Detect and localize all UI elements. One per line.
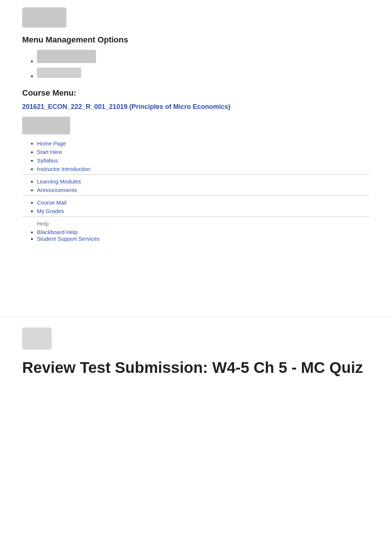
course-menu-section: Course Menu: 201621_ECON_222_R_001_21019… [22, 88, 370, 242]
list-item[interactable]: Start Here [37, 149, 370, 155]
menu-management-list [22, 50, 370, 79]
divider-1 [22, 174, 370, 175]
menu-group-2: Learning Modules Announcements [22, 178, 370, 196]
course-mail-link[interactable]: Course Mail [37, 199, 66, 206]
list-item[interactable]: Learning Modules [37, 178, 370, 185]
my-grades-link[interactable]: My Grades [37, 208, 64, 214]
course-menu-heading: Course Menu: [22, 88, 370, 98]
list-item[interactable]: My Grades [37, 208, 370, 214]
menu-group-1-list: Home Page Start Here Syllabus Instructor… [22, 140, 370, 175]
list-item[interactable]: Student Support Services [37, 236, 370, 242]
page-title: Review Test Submission: W4-5 Ch 5 - MC Q… [22, 358, 370, 377]
syllabus-link[interactable]: Syllabus [37, 157, 58, 164]
student-support-link[interactable]: Student Support Services [37, 236, 100, 242]
list-item[interactable]: Syllabus [37, 157, 370, 164]
divider-3 [22, 216, 370, 217]
menu-option-block-2 [37, 68, 81, 78]
menu-option-block-1 [37, 50, 96, 63]
menu-group-3-list: Course Mail My Grades [22, 199, 370, 217]
learning-modules-link[interactable]: Learning Modules [37, 178, 81, 185]
menu-group-2-list: Learning Modules Announcements [22, 178, 370, 196]
instructor-introduction-link[interactable]: Instructor Introduction [37, 166, 90, 172]
divider-2 [22, 195, 370, 196]
help-list: Blackboard Help Student Support Services [22, 229, 370, 242]
top-area: Menu Management Options Course Menu: 201… [0, 0, 392, 250]
list-item[interactable]: Home Page [37, 140, 370, 147]
bottom-logo [22, 327, 52, 350]
menu-management-item-1[interactable] [37, 50, 370, 65]
help-section: Help Blackboard Help Student Support Ser… [22, 220, 370, 242]
menu-management-section: Menu Management Options [22, 35, 370, 79]
menu-group-1: Home Page Start Here Syllabus Instructor… [22, 140, 370, 175]
home-page-link[interactable]: Home Page [37, 140, 66, 147]
announcements-link[interactable]: Announcements [37, 187, 77, 193]
course-link[interactable]: 201621_ECON_222_R_001_21019 (Principles … [22, 103, 230, 110]
logo [22, 7, 66, 28]
start-here-link[interactable]: Start Here [37, 149, 62, 155]
menu-management-heading: Menu Management Options [22, 35, 370, 45]
bottom-section: Review Test Submission: W4-5 Ch 5 - MC Q… [0, 316, 392, 388]
help-header: Help [37, 220, 370, 227]
list-item[interactable]: Instructor Introduction [37, 166, 370, 172]
course-banner [22, 117, 70, 134]
blackboard-help-link[interactable]: Blackboard Help [37, 229, 78, 235]
menu-group-3: Course Mail My Grades [22, 199, 370, 217]
list-item[interactable]: Announcements [37, 187, 370, 193]
menu-management-item-2[interactable] [37, 68, 370, 79]
list-item[interactable]: Course Mail [37, 199, 370, 206]
list-item[interactable]: Blackboard Help [37, 229, 370, 236]
